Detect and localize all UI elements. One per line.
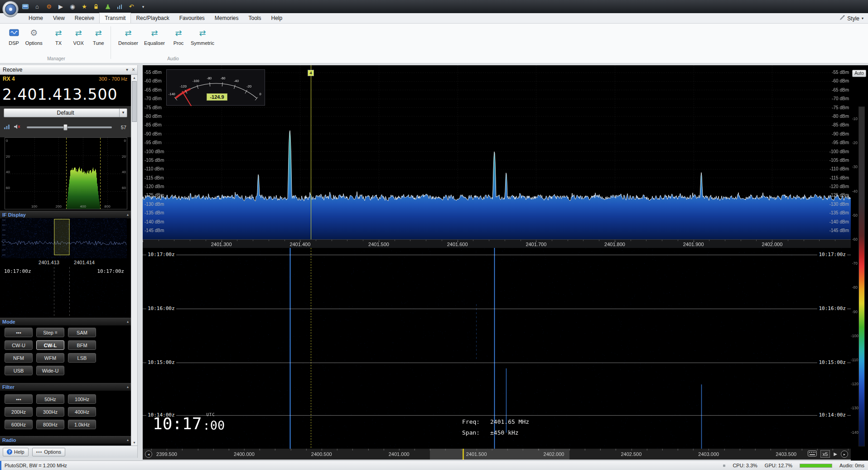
frequency-display[interactable]: 2.401.413.500 [0, 83, 131, 106]
collapse-up-icon[interactable]: ▴ [127, 436, 129, 444]
filter-button-600hz[interactable]: 600Hz [5, 420, 33, 429]
spectrum-frequency-axis[interactable]: 2401.3002401.4002401.5002401.6002401.700… [143, 239, 851, 248]
scale-tick-label: 2403.000 [695, 451, 722, 457]
help-button[interactable]: ? Help [3, 448, 29, 456]
keyboard-icon[interactable] [808, 451, 817, 458]
tab-memories[interactable]: Memories [210, 14, 244, 23]
if-display-canvas[interactable] [1, 218, 127, 258]
mode-button-nfm[interactable]: NFM [5, 353, 33, 363]
settings-icon[interactable]: ⚙ [45, 3, 53, 10]
palette-gradient-bar[interactable] [858, 107, 865, 446]
scroll-down-icon[interactable]: ▼ [131, 440, 137, 446]
collapse-up-icon[interactable]: ▴ [127, 211, 129, 218]
dsp-button[interactable]: DSP [5, 25, 23, 53]
window-icon[interactable] [22, 3, 29, 10]
mode-button-bfm[interactable]: BFM [68, 340, 96, 350]
tab-help[interactable]: Help [266, 14, 288, 23]
if-display[interactable] [1, 218, 127, 258]
star-icon[interactable]: ★ [81, 3, 88, 10]
scroll-up-icon[interactable]: ▲ [131, 75, 137, 81]
mixer-icon[interactable] [116, 3, 123, 10]
collapse-up-icon[interactable]: ▴ [127, 318, 129, 325]
symmetric-button[interactable]: ⇄ Symmetric [190, 25, 215, 53]
freq-info-value: 2401.65 MHz [490, 418, 529, 425]
vox-arrows-icon: ⇄ [75, 27, 82, 39]
tx-button[interactable]: ⇄ TX [49, 25, 68, 53]
lock-icon[interactable] [92, 3, 100, 10]
mode-button-wide-u[interactable]: Wide-U [36, 366, 64, 375]
rx-control-area: Default ▼ 57 [0, 106, 131, 137]
tune-button[interactable]: ⇄ Tune [89, 25, 108, 53]
home-icon[interactable]: ⌂ [34, 3, 41, 10]
scrollbar-thumb[interactable] [132, 81, 137, 122]
quick-access-toolbar: ⌂ ⚙ ▶ ◉ ★ ↶ ▾ [22, 0, 147, 13]
panel-scrollbar[interactable]: ▲ ▼ [131, 75, 137, 446]
play-icon[interactable]: ▶ [57, 3, 64, 10]
record-icon[interactable]: ◉ [69, 3, 76, 10]
tuning-cursor-flag[interactable]: 4 [308, 70, 314, 76]
flask-icon[interactable] [104, 3, 111, 10]
span-info-label: Span: [462, 427, 490, 438]
tab-transmit[interactable]: Transmit [99, 13, 131, 23]
if-display-header[interactable]: IF Display ▴ [0, 211, 131, 218]
proc-button[interactable]: ⇄ Proc [169, 25, 188, 53]
filter-button-1khz[interactable]: 1.0kHz [68, 420, 96, 429]
volume-row: 57 [4, 121, 129, 133]
options-button[interactable]: ⚙ Options [24, 25, 43, 53]
tab-rec-playback[interactable]: Rec/Playback [131, 14, 174, 23]
vox-button[interactable]: ⇄ VOX [69, 25, 88, 53]
filter-header[interactable]: Filter ▴ [0, 383, 131, 391]
clock-utc-label: UTC [206, 412, 215, 417]
spectrum-display[interactable]: -55 dBm-60 dBm-65 dBm-70 dBm-75 dBm-80 d… [143, 65, 851, 239]
filter-button-more[interactable]: ••• [5, 394, 33, 404]
style-menu[interactable]: Style ▾ [839, 15, 863, 22]
mode-button-usb[interactable]: USB [5, 366, 33, 375]
chevron-down-icon[interactable]: ▼ [119, 109, 127, 117]
mode-button-cw-l[interactable]: CW-L [36, 340, 64, 350]
scroll-left-button[interactable]: ◄ [145, 451, 152, 458]
db-axis-label: -130 dBm [829, 202, 849, 207]
volume-slider-thumb[interactable] [63, 124, 68, 131]
options-footer-button[interactable]: ••• Options [32, 448, 65, 456]
filter-button-50hz[interactable]: 50Hz [36, 394, 64, 404]
tab-receive[interactable]: Receive [70, 14, 99, 23]
mode-button-sam[interactable]: SAM [68, 328, 96, 337]
waterfall-minute-line [143, 415, 851, 416]
zoom-level-button[interactable]: x5 [820, 450, 830, 458]
undo-icon[interactable]: ↶ [128, 3, 135, 10]
radio-header[interactable]: Radio ▴ [0, 436, 131, 444]
mode-button-wfm[interactable]: WFM [36, 353, 64, 363]
tab-home[interactable]: Home [24, 14, 48, 23]
scroll-right-button[interactable]: ► [841, 451, 848, 458]
db-axis-label: -65 dBm [832, 87, 849, 93]
filter-button-400hz[interactable]: 400Hz [68, 407, 96, 417]
filter-button-200hz[interactable]: 200Hz [5, 407, 33, 417]
filter-button-300hz[interactable]: 300Hz [36, 407, 64, 417]
mode-button-more[interactable]: ••• [5, 328, 33, 337]
app-menu-button[interactable] [2, 1, 19, 17]
qat-customize-chevron-icon[interactable]: ▾ [140, 3, 147, 10]
tab-favourites[interactable]: Favourites [174, 14, 210, 23]
waterfall-display[interactable]: 10:17:00z 10:17:00z 10:16:00z 10:16:00z … [143, 248, 851, 449]
mode-step-button[interactable]: Step ≡ [36, 328, 64, 337]
mute-icon[interactable] [14, 124, 20, 131]
levels-icon[interactable] [4, 124, 10, 131]
tab-tools[interactable]: Tools [244, 14, 266, 23]
filter-button-800hz[interactable]: 800Hz [36, 420, 64, 429]
volume-slider[interactable] [27, 126, 112, 128]
panel-collapse-icon[interactable]: ▾ [126, 65, 128, 74]
play-small-icon[interactable]: ▶ [834, 451, 837, 456]
profile-dropdown[interactable]: Default ▼ [4, 108, 127, 117]
denoiser-button[interactable]: ⇄ Denoiser [116, 25, 140, 53]
mode-button-lsb[interactable]: LSB [68, 353, 96, 363]
mode-header[interactable]: Mode ▴ [0, 318, 131, 325]
equaliser-button[interactable]: ⇄ Equaliser [142, 25, 167, 53]
tab-view[interactable]: View [48, 14, 70, 23]
db-axis-label: -60 dBm [832, 78, 849, 84]
collapse-up-icon[interactable]: ▴ [127, 383, 129, 391]
panel-close-icon[interactable]: × [132, 65, 135, 74]
ribbon-tabs: Home View Receive Transmit Rec/Playback … [0, 13, 868, 24]
filter-button-100hz[interactable]: 100Hz [68, 394, 96, 404]
mode-button-cw-u[interactable]: CW-U [5, 340, 33, 350]
frequency-scale-bar[interactable]: ◄ x5 ▶ ► 2399.5002400.0002400.5002401.00… [143, 449, 851, 460]
